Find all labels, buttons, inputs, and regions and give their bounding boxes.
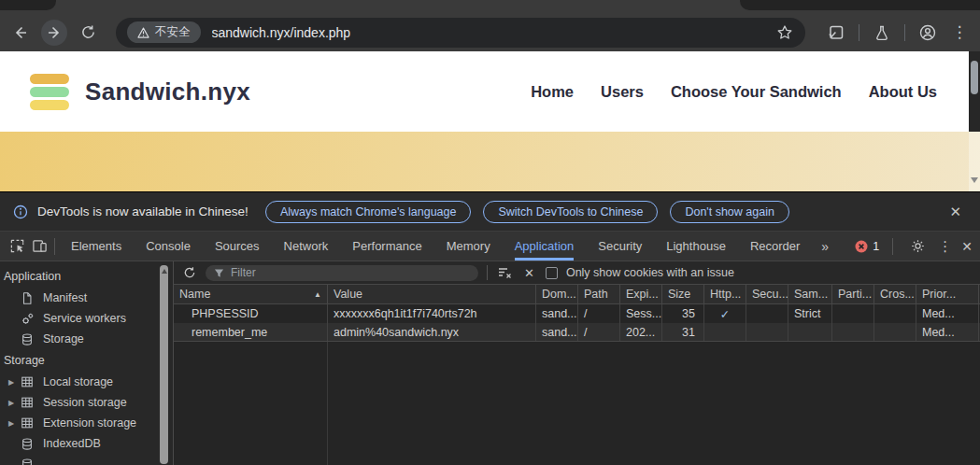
web-page: Sandwich.nyx HomeUsersChoose Your Sandwi… <box>0 51 980 191</box>
logo-bar-middle <box>30 87 69 97</box>
expander-icon[interactable]: ▶ <box>6 378 17 387</box>
cell-expi: 202... <box>620 323 662 341</box>
inspect-element-icon[interactable] <box>6 235 28 258</box>
tabbar-divider <box>54 238 55 255</box>
notice-button-don-t-show-again[interactable]: Don't show again <box>670 201 789 223</box>
toolbar-divider <box>487 265 488 280</box>
column-header-value[interactable]: Value <box>328 285 536 303</box>
scrollbar-down-arrow-icon[interactable] <box>971 177 978 183</box>
refresh-icon[interactable] <box>182 265 197 280</box>
device-toolbar-icon[interactable] <box>28 235 50 258</box>
forward-icon[interactable] <box>41 20 67 46</box>
more-tabs-icon[interactable]: » <box>821 239 829 254</box>
clear-all-icon[interactable]: ✕ <box>521 266 537 280</box>
cell-cros <box>874 323 916 341</box>
nav-link-about-us[interactable]: About Us <box>869 83 937 101</box>
scrollbar-thumb[interactable] <box>971 61 978 94</box>
database-icon <box>20 457 35 465</box>
profile-icon[interactable] <box>918 23 937 42</box>
notice-button-always-match-chrome-s-language[interactable]: Always match Chrome's language <box>265 201 472 223</box>
column-header-prior[interactable]: Prior... <box>916 285 979 303</box>
tab-application[interactable]: Application <box>515 232 575 261</box>
devtools-menu-icon[interactable]: ⋮ <box>938 238 952 255</box>
sidebar-item-item[interactable] <box>0 454 173 465</box>
cell-value: xxxxxxx6qh1it1f7i740rts72h <box>328 304 536 323</box>
reload-icon[interactable] <box>75 20 101 46</box>
side-panel-check-icon[interactable] <box>827 23 845 42</box>
tab-console[interactable]: Console <box>146 232 191 261</box>
tab-lighthouse[interactable]: Lighthouse <box>666 232 726 261</box>
sidebar-item-manifest[interactable]: Manifest <box>0 288 173 308</box>
document-icon <box>20 290 35 305</box>
sidebar-section-application: Application <box>0 265 173 288</box>
settings-gear-icon[interactable] <box>906 235 929 258</box>
tab-recorder[interactable]: Recorder <box>750 232 800 261</box>
screen: 不安全 sandwich.nyx/index.php ⋮ <box>0 0 980 465</box>
tab-performance[interactable]: Performance <box>352 232 421 261</box>
column-header-cros[interactable]: Cros... <box>874 285 916 303</box>
database-icon <box>20 331 35 346</box>
page-scrollbar[interactable] <box>969 51 980 191</box>
issue-filter-checkbox[interactable] <box>546 267 558 279</box>
clear-filter-icon[interactable] <box>496 265 513 280</box>
error-icon <box>855 240 868 253</box>
address-bar[interactable]: 不安全 sandwich.nyx/index.php <box>116 18 805 48</box>
column-header-size[interactable]: Size <box>662 285 704 303</box>
tab-security[interactable]: Security <box>598 232 642 261</box>
column-header-parti[interactable]: Parti... <box>832 285 874 303</box>
site-header: Sandwich.nyx HomeUsersChoose Your Sandwi… <box>0 51 980 132</box>
expander-icon[interactable]: ▶ <box>6 419 17 428</box>
flask-icon[interactable] <box>873 23 891 42</box>
nav-link-home[interactable]: Home <box>531 83 574 101</box>
security-chip[interactable]: 不安全 <box>127 21 201 43</box>
column-header-name[interactable]: Name▲ <box>174 285 328 303</box>
filter-input[interactable]: Filter <box>206 265 478 281</box>
bookmark-star-icon[interactable] <box>775 23 794 42</box>
table-icon <box>20 416 35 430</box>
tab-memory[interactable]: Memory <box>447 232 490 261</box>
cookies-toolbar: Filter ✕ Only show cookies with an issue <box>174 261 980 285</box>
column-header-sam[interactable]: Sam... <box>788 285 832 303</box>
tab-sources[interactable]: Sources <box>215 232 260 261</box>
notice-button-switch-devtools-to-chinese[interactable]: Switch DevTools to Chinese <box>483 201 658 223</box>
sidebar-item-local-storage[interactable]: ▶Local storage <box>0 372 173 392</box>
sidebar-scrollbar-thumb[interactable] <box>160 265 168 464</box>
expander-icon[interactable]: ▶ <box>6 399 17 407</box>
column-header-expi[interactable]: Expi... <box>620 285 662 303</box>
column-header-path[interactable]: Path <box>578 285 620 303</box>
column-label: Size <box>668 288 690 301</box>
sidebar-item-indexeddb[interactable]: IndexedDB <box>0 433 173 454</box>
column-header-http[interactable]: Http... <box>704 285 746 303</box>
info-icon <box>11 203 30 221</box>
notice-close-icon[interactable]: ✕ <box>942 204 969 220</box>
column-label: Dom... <box>542 288 576 301</box>
active-tab-remnant[interactable] <box>0 0 56 10</box>
tab-elements[interactable]: Elements <box>71 232 121 261</box>
column-label: Value <box>334 288 362 301</box>
devtools-close-icon[interactable]: ✕ <box>961 239 973 254</box>
cell-parti <box>832 323 874 341</box>
url-text[interactable]: sandwich.nyx/index.php <box>212 25 776 40</box>
column-header-dom[interactable]: Dom... <box>536 285 578 303</box>
error-badge[interactable]: 1 <box>855 240 879 253</box>
sidebar-item-service-workers[interactable]: Service workers <box>0 308 173 329</box>
browser-menu-icon[interactable]: ⋮ <box>950 23 969 42</box>
sidebar-item-label: Service workers <box>43 312 126 325</box>
column-label: Name <box>179 288 210 301</box>
toolbar-divider <box>904 24 905 41</box>
cell-expi: Sess... <box>620 304 662 323</box>
cookie-row-remember-me[interactable]: remember_meadmin%40sandwich.nyxsand.../2… <box>174 323 980 342</box>
column-header-secu[interactable]: Secu... <box>746 285 788 303</box>
nav-link-choose-your-sandwich[interactable]: Choose Your Sandwich <box>671 83 842 101</box>
cell-name: PHPSESSID <box>174 304 328 323</box>
browser-tabstrip <box>0 0 980 13</box>
cell-sam <box>788 323 832 341</box>
tab-network[interactable]: Network <box>284 232 329 261</box>
back-icon[interactable] <box>7 20 34 46</box>
sidebar-item-extension-storage[interactable]: ▶Extension storage <box>0 413 173 433</box>
cell-http <box>704 323 746 341</box>
cookie-row-phpsessid[interactable]: PHPSESSIDxxxxxxx6qh1it1f7i740rts72hsand.… <box>174 304 980 323</box>
sidebar-item-session-storage[interactable]: ▶Session storage <box>0 392 173 413</box>
nav-link-users[interactable]: Users <box>601 83 644 101</box>
sidebar-item-storage[interactable]: Storage <box>0 329 173 349</box>
